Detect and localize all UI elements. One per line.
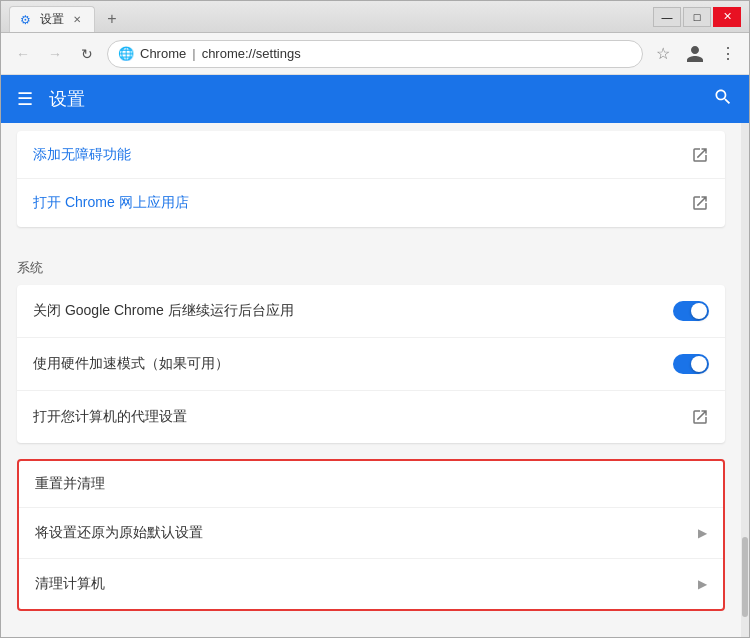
tab-favicon: ⚙: [20, 13, 34, 27]
system-section-heading: 系统: [17, 243, 725, 285]
content-area: 添加无障碍功能 打开 Chrome 网上应用店: [1, 123, 741, 637]
proxy-settings-row[interactable]: 打开您计算机的代理设置: [17, 391, 725, 443]
chrome-store-external-icon: [673, 194, 709, 212]
settings-page-title: 设置: [49, 87, 713, 111]
address-bar: ← → ↻ 🌐 Chrome | chrome://settings ☆ ⋮: [1, 33, 749, 75]
tab-title: 设置: [40, 11, 64, 28]
background-apps-toggle-switch[interactable]: [673, 301, 709, 321]
hardware-acceleration-toggle[interactable]: [673, 354, 709, 374]
settings-header: ☰ 设置: [1, 75, 749, 123]
forward-button[interactable]: →: [43, 42, 67, 66]
hardware-acceleration-text: 使用硬件加速模式（如果可用）: [33, 355, 673, 373]
menu-button[interactable]: ⋮: [715, 42, 739, 66]
accessibility-external-icon: [673, 146, 709, 164]
restore-defaults-row[interactable]: 将设置还原为原始默认设置 ▶: [19, 508, 723, 559]
back-button[interactable]: ←: [11, 42, 35, 66]
title-bar: ⚙ 设置 ✕ + — □ ✕: [1, 1, 749, 33]
scrollbar-track[interactable]: [741, 123, 749, 637]
restore-defaults-chevron: ▶: [698, 526, 707, 540]
cleanup-computer-row[interactable]: 清理计算机 ▶: [19, 559, 723, 609]
tab-close-button[interactable]: ✕: [70, 13, 84, 27]
hardware-acceleration-toggle-switch[interactable]: [673, 354, 709, 374]
settings-content: 添加无障碍功能 打开 Chrome 网上应用店: [1, 123, 749, 637]
search-icon: [713, 87, 733, 107]
reload-button[interactable]: ↻: [75, 42, 99, 66]
reset-section-heading: 重置并清理: [19, 461, 723, 508]
tab-area: ⚙ 设置 ✕ +: [9, 1, 653, 32]
accessibility-card: 添加无障碍功能 打开 Chrome 网上应用店: [17, 131, 725, 227]
background-apps-toggle[interactable]: [673, 301, 709, 321]
background-apps-text: 关闭 Google Chrome 后继续运行后台应用: [33, 302, 673, 320]
cleanup-computer-text: 清理计算机: [35, 575, 698, 593]
url-path: chrome://settings: [202, 46, 301, 61]
minimize-button[interactable]: —: [653, 7, 681, 27]
profile-icon: [685, 44, 705, 64]
maximize-button[interactable]: □: [683, 7, 711, 27]
active-tab[interactable]: ⚙ 设置 ✕: [9, 6, 95, 32]
restore-defaults-text: 将设置还原为原始默认设置: [35, 524, 698, 542]
profile-button[interactable]: [683, 42, 707, 66]
chrome-store-text: 打开 Chrome 网上应用店: [33, 194, 673, 212]
add-accessibility-text: 添加无障碍功能: [33, 146, 673, 164]
settings-search-button[interactable]: [713, 87, 733, 112]
background-apps-row: 关闭 Google Chrome 后继续运行后台应用: [17, 285, 725, 338]
hardware-acceleration-row: 使用硬件加速模式（如果可用）: [17, 338, 725, 391]
settings-page: ☰ 设置 添加无障碍功能: [1, 75, 749, 637]
url-bar[interactable]: 🌐 Chrome | chrome://settings: [107, 40, 643, 68]
scrollbar-thumb[interactable]: [742, 537, 748, 617]
reset-section: 重置并清理 将设置还原为原始默认设置 ▶ 清理计算机 ▶: [17, 459, 725, 611]
cleanup-computer-chevron: ▶: [698, 577, 707, 591]
add-accessibility-row[interactable]: 添加无障碍功能: [17, 131, 725, 179]
window-controls: — □ ✕: [653, 7, 741, 27]
new-tab-button[interactable]: +: [99, 6, 125, 32]
browser-window: ⚙ 设置 ✕ + — □ ✕ ← → ↻ 🌐 Chrome |: [0, 0, 750, 638]
close-button[interactable]: ✕: [713, 7, 741, 27]
proxy-external-icon: [673, 408, 709, 426]
system-card: 关闭 Google Chrome 后继续运行后台应用 使用硬件加速模式（如果可用…: [17, 285, 725, 443]
proxy-settings-text: 打开您计算机的代理设置: [33, 408, 673, 426]
hamburger-menu-button[interactable]: ☰: [17, 88, 33, 110]
bookmark-button[interactable]: ☆: [651, 42, 675, 66]
chrome-store-row[interactable]: 打开 Chrome 网上应用店: [17, 179, 725, 227]
url-brand: Chrome: [140, 46, 186, 61]
url-icon: 🌐: [118, 46, 134, 61]
